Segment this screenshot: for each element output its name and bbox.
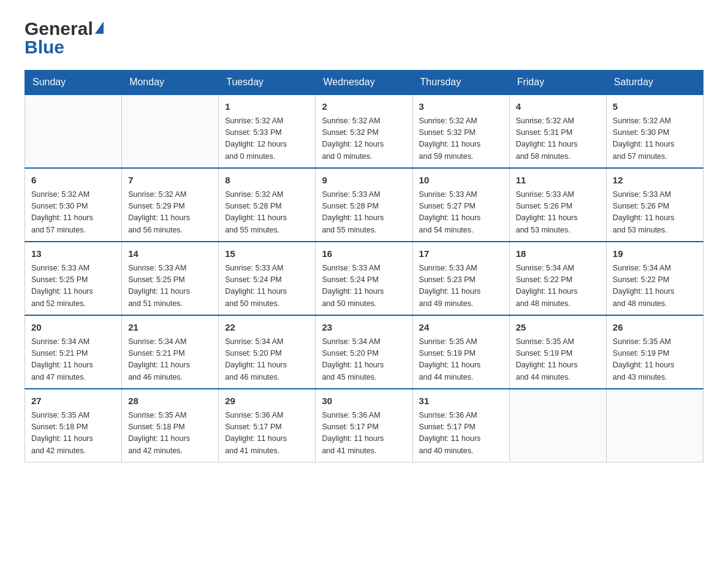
calendar-cell: 22Sunrise: 5:34 AM Sunset: 5:20 PM Dayli…: [219, 315, 316, 389]
day-number: 11: [516, 174, 600, 188]
calendar-cell: 24Sunrise: 5:35 AM Sunset: 5:19 PM Dayli…: [412, 315, 509, 389]
day-info: Sunrise: 5:34 AM Sunset: 5:22 PM Dayligh…: [613, 262, 697, 310]
day-info: Sunrise: 5:33 AM Sunset: 5:26 PM Dayligh…: [613, 189, 697, 237]
day-info: Sunrise: 5:35 AM Sunset: 5:18 PM Dayligh…: [31, 410, 115, 458]
calendar-week-row: 1Sunrise: 5:32 AM Sunset: 5:33 PM Daylig…: [25, 94, 703, 168]
day-number: 28: [128, 394, 212, 408]
day-number: 30: [322, 394, 406, 408]
calendar-week-row: 13Sunrise: 5:33 AM Sunset: 5:25 PM Dayli…: [25, 242, 703, 315]
calendar-cell: 26Sunrise: 5:35 AM Sunset: 5:19 PM Dayli…: [606, 315, 703, 389]
day-info: Sunrise: 5:36 AM Sunset: 5:17 PM Dayligh…: [322, 410, 406, 458]
day-info: Sunrise: 5:33 AM Sunset: 5:23 PM Dayligh…: [419, 262, 503, 310]
day-info: Sunrise: 5:35 AM Sunset: 5:19 PM Dayligh…: [613, 336, 697, 384]
day-info: Sunrise: 5:34 AM Sunset: 5:20 PM Dayligh…: [322, 336, 406, 384]
day-info: Sunrise: 5:32 AM Sunset: 5:29 PM Dayligh…: [128, 189, 212, 237]
day-info: Sunrise: 5:36 AM Sunset: 5:17 PM Dayligh…: [225, 410, 309, 458]
day-number: 25: [516, 321, 600, 335]
day-info: Sunrise: 5:35 AM Sunset: 5:18 PM Dayligh…: [128, 410, 212, 458]
day-info: Sunrise: 5:32 AM Sunset: 5:28 PM Dayligh…: [225, 189, 309, 237]
calendar-cell: 10Sunrise: 5:33 AM Sunset: 5:27 PM Dayli…: [412, 168, 509, 242]
calendar-cell: 21Sunrise: 5:34 AM Sunset: 5:21 PM Dayli…: [122, 315, 219, 389]
calendar-cell: 18Sunrise: 5:34 AM Sunset: 5:22 PM Dayli…: [509, 242, 606, 315]
calendar-cell: 14Sunrise: 5:33 AM Sunset: 5:25 PM Dayli…: [122, 242, 219, 315]
weekday-header-sunday: Sunday: [25, 71, 122, 95]
day-number: 19: [613, 247, 697, 261]
day-info: Sunrise: 5:34 AM Sunset: 5:21 PM Dayligh…: [128, 336, 212, 384]
day-number: 5: [613, 100, 697, 114]
day-info: Sunrise: 5:33 AM Sunset: 5:27 PM Dayligh…: [419, 189, 503, 237]
day-number: 10: [419, 174, 503, 188]
calendar-cell: 11Sunrise: 5:33 AM Sunset: 5:26 PM Dayli…: [509, 168, 606, 242]
day-number: 6: [31, 174, 115, 188]
calendar-cell: 27Sunrise: 5:35 AM Sunset: 5:18 PM Dayli…: [25, 389, 122, 462]
day-number: 12: [613, 174, 697, 188]
calendar-cell: 23Sunrise: 5:34 AM Sunset: 5:20 PM Dayli…: [316, 315, 412, 389]
calendar-week-row: 27Sunrise: 5:35 AM Sunset: 5:18 PM Dayli…: [25, 389, 703, 462]
day-info: Sunrise: 5:33 AM Sunset: 5:26 PM Dayligh…: [516, 189, 600, 237]
logo-blue-text: Blue: [25, 37, 64, 58]
day-number: 9: [322, 174, 406, 188]
calendar-cell: 7Sunrise: 5:32 AM Sunset: 5:29 PM Daylig…: [122, 168, 219, 242]
calendar-cell: 1Sunrise: 5:32 AM Sunset: 5:33 PM Daylig…: [219, 94, 316, 168]
calendar-cell: 3Sunrise: 5:32 AM Sunset: 5:32 PM Daylig…: [412, 94, 509, 168]
day-info: Sunrise: 5:32 AM Sunset: 5:32 PM Dayligh…: [322, 115, 406, 163]
calendar-cell: 25Sunrise: 5:35 AM Sunset: 5:19 PM Dayli…: [509, 315, 606, 389]
logo: General Blue: [25, 18, 104, 58]
logo-arrow-icon: [95, 21, 104, 34]
day-number: 17: [419, 247, 503, 261]
calendar-cell: 9Sunrise: 5:33 AM Sunset: 5:28 PM Daylig…: [316, 168, 412, 242]
calendar-cell: 4Sunrise: 5:32 AM Sunset: 5:31 PM Daylig…: [509, 94, 606, 168]
day-number: 18: [516, 247, 600, 261]
weekday-header-monday: Monday: [122, 71, 219, 95]
day-info: Sunrise: 5:34 AM Sunset: 5:21 PM Dayligh…: [31, 336, 115, 384]
calendar-cell: [122, 94, 219, 168]
calendar-cell: 30Sunrise: 5:36 AM Sunset: 5:17 PM Dayli…: [316, 389, 412, 462]
calendar-cell: 5Sunrise: 5:32 AM Sunset: 5:30 PM Daylig…: [606, 94, 703, 168]
calendar-cell: 29Sunrise: 5:36 AM Sunset: 5:17 PM Dayli…: [219, 389, 316, 462]
calendar-cell: 17Sunrise: 5:33 AM Sunset: 5:23 PM Dayli…: [412, 242, 509, 315]
day-info: Sunrise: 5:33 AM Sunset: 5:24 PM Dayligh…: [225, 262, 309, 310]
calendar-cell: 19Sunrise: 5:34 AM Sunset: 5:22 PM Dayli…: [606, 242, 703, 315]
logo-general: General: [25, 18, 93, 39]
calendar-cell: 6Sunrise: 5:32 AM Sunset: 5:30 PM Daylig…: [25, 168, 122, 242]
day-number: 2: [322, 100, 406, 114]
day-info: Sunrise: 5:32 AM Sunset: 5:33 PM Dayligh…: [225, 115, 309, 163]
day-number: 14: [128, 247, 212, 261]
weekday-header-saturday: Saturday: [606, 71, 703, 95]
day-number: 27: [31, 394, 115, 408]
page-header: General Blue: [25, 18, 703, 58]
calendar-body: 1Sunrise: 5:32 AM Sunset: 5:33 PM Daylig…: [25, 94, 703, 462]
day-info: Sunrise: 5:34 AM Sunset: 5:20 PM Dayligh…: [225, 336, 309, 384]
day-number: 3: [419, 100, 503, 114]
weekday-header-friday: Friday: [509, 71, 606, 95]
calendar-cell: 15Sunrise: 5:33 AM Sunset: 5:24 PM Dayli…: [219, 242, 316, 315]
day-info: Sunrise: 5:32 AM Sunset: 5:31 PM Dayligh…: [516, 115, 600, 163]
day-info: Sunrise: 5:32 AM Sunset: 5:30 PM Dayligh…: [31, 189, 115, 237]
day-number: 23: [322, 321, 406, 335]
calendar-table: SundayMondayTuesdayWednesdayThursdayFrid…: [25, 70, 703, 462]
day-number: 13: [31, 247, 115, 261]
calendar-cell: [606, 389, 703, 462]
calendar-week-row: 20Sunrise: 5:34 AM Sunset: 5:21 PM Dayli…: [25, 315, 703, 389]
day-info: Sunrise: 5:33 AM Sunset: 5:28 PM Dayligh…: [322, 189, 406, 237]
calendar-cell: 16Sunrise: 5:33 AM Sunset: 5:24 PM Dayli…: [316, 242, 412, 315]
day-number: 21: [128, 321, 212, 335]
day-info: Sunrise: 5:33 AM Sunset: 5:25 PM Dayligh…: [31, 262, 115, 310]
day-number: 16: [322, 247, 406, 261]
day-number: 20: [31, 321, 115, 335]
day-info: Sunrise: 5:32 AM Sunset: 5:30 PM Dayligh…: [613, 115, 697, 163]
calendar-cell: 31Sunrise: 5:36 AM Sunset: 5:17 PM Dayli…: [412, 389, 509, 462]
day-number: 7: [128, 174, 212, 188]
day-info: Sunrise: 5:33 AM Sunset: 5:25 PM Dayligh…: [128, 262, 212, 310]
calendar-cell: 8Sunrise: 5:32 AM Sunset: 5:28 PM Daylig…: [219, 168, 316, 242]
day-number: 29: [225, 394, 309, 408]
day-info: Sunrise: 5:35 AM Sunset: 5:19 PM Dayligh…: [516, 336, 600, 384]
day-number: 4: [516, 100, 600, 114]
calendar-cell: 28Sunrise: 5:35 AM Sunset: 5:18 PM Dayli…: [122, 389, 219, 462]
day-number: 26: [613, 321, 697, 335]
weekday-header-wednesday: Wednesday: [316, 71, 412, 95]
calendar-cell: 13Sunrise: 5:33 AM Sunset: 5:25 PM Dayli…: [25, 242, 122, 315]
day-number: 15: [225, 247, 309, 261]
calendar-cell: [25, 94, 122, 168]
calendar-cell: 2Sunrise: 5:32 AM Sunset: 5:32 PM Daylig…: [316, 94, 412, 168]
